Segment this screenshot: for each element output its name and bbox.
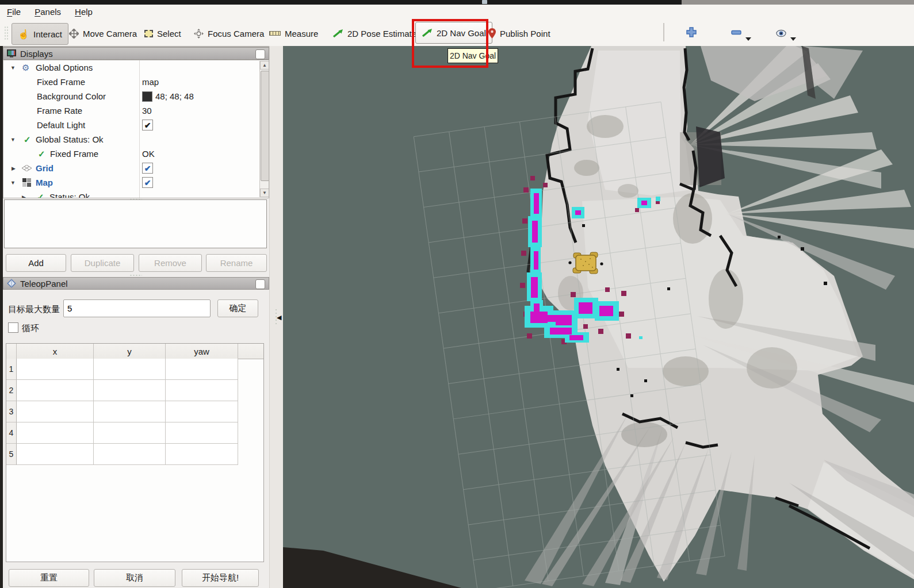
- status-ok-check-icon: ✓: [38, 149, 45, 159]
- corner-header-cell: [6, 344, 17, 359]
- map-display-icon: [22, 178, 31, 187]
- ruler-icon: [269, 31, 281, 36]
- tree-row-map[interactable]: ▼ Map ✔: [3, 175, 269, 190]
- pose-estimate-tool-button[interactable]: 2D Pose Estimate: [332, 23, 416, 44]
- table-cell[interactable]: [166, 422, 238, 444]
- table-cell[interactable]: [17, 401, 94, 422]
- add-display-button[interactable]: Add: [6, 254, 66, 272]
- scrollbar-thumb[interactable]: [261, 71, 269, 181]
- expanded-arrow-icon[interactable]: ▼: [10, 65, 16, 71]
- tree-row-grid[interactable]: ▶ Grid ✔: [3, 161, 269, 175]
- expanded-arrow-icon[interactable]: ▼: [10, 180, 16, 186]
- table-cell[interactable]: [17, 380, 94, 401]
- row-header-3[interactable]: 3: [6, 401, 17, 422]
- tree-row-frame-rate[interactable]: Frame Rate 30: [3, 103, 269, 118]
- zoom-out-icon[interactable]: [731, 27, 741, 37]
- tree-scrollbar[interactable]: ▲ ▼: [259, 61, 269, 197]
- menu-file[interactable]: File: [0, 5, 28, 19]
- rviz-window: File Panels Help ☝ Interact Move Camera …: [0, 0, 914, 588]
- panel-view-splitter[interactable]: ◀: [269, 46, 284, 588]
- start-navigation-button[interactable]: 开始导航!: [182, 569, 259, 587]
- column-header-y[interactable]: y: [94, 344, 166, 359]
- collapsed-arrow-icon[interactable]: ▶: [22, 194, 26, 198]
- eye-icon[interactable]: [776, 28, 786, 39]
- remove-display-button[interactable]: Remove: [139, 254, 202, 272]
- toolbar-separator: [663, 23, 664, 41]
- eye-dropdown-arrow[interactable]: [790, 37, 796, 41]
- move-camera-tool-button[interactable]: Move Camera: [69, 23, 137, 44]
- row-header-4[interactable]: 4: [6, 422, 17, 444]
- panel-splitter-handle[interactable]: [129, 274, 142, 276]
- default-light-checkbox[interactable]: ✔: [142, 120, 153, 130]
- table-cell[interactable]: [166, 401, 238, 422]
- column-header-yaw[interactable]: yaw: [166, 344, 238, 359]
- 3d-viewport[interactable]: [283, 46, 914, 588]
- hand-icon: ☝: [18, 29, 29, 40]
- menu-panels[interactable]: Panels: [28, 5, 68, 19]
- table-cell[interactable]: [94, 444, 166, 465]
- rename-display-button[interactable]: Rename: [206, 254, 267, 272]
- row-header-2[interactable]: 2: [6, 380, 17, 401]
- color-swatch[interactable]: [142, 91, 152, 102]
- table-cell[interactable]: [17, 422, 94, 444]
- publish-point-tool-button[interactable]: Publish Point: [488, 23, 550, 44]
- reset-button[interactable]: 重置: [9, 569, 89, 587]
- fixed-frame-value[interactable]: map: [139, 77, 159, 87]
- zoom-in-icon[interactable]: [686, 27, 697, 37]
- table-cell[interactable]: [166, 380, 238, 401]
- max-goal-input[interactable]: [63, 299, 211, 317]
- interact-tool-button[interactable]: ☝ Interact: [12, 23, 68, 45]
- row-header-1[interactable]: 1: [6, 359, 17, 380]
- row-header-5[interactable]: 5: [6, 444, 17, 465]
- table-cell[interactable]: [94, 359, 166, 380]
- status-ok-check-icon: ✓: [37, 192, 44, 198]
- table-cell[interactable]: [17, 359, 94, 380]
- tree-row-map-status-partial[interactable]: ▶ ✓ Status: Ok: [3, 190, 269, 198]
- collapse-panel-arrow-icon[interactable]: ◀: [277, 314, 281, 321]
- table-cell[interactable]: [94, 422, 166, 444]
- tree-row-global-options[interactable]: ▼ ⚙ Global Options: [3, 60, 269, 75]
- move-icon: [69, 29, 79, 39]
- goals-table: x y yaw 1 2 3 4 5: [6, 343, 264, 562]
- max-goal-label: 目标最大数量: [8, 304, 60, 315]
- table-header-row: x y yaw: [6, 344, 263, 359]
- table-cell[interactable]: [166, 359, 238, 380]
- select-tool-button[interactable]: Select: [144, 23, 181, 44]
- scroll-up-icon[interactable]: ▲: [260, 61, 269, 70]
- frame-rate-value[interactable]: 30: [139, 106, 152, 116]
- annotation-highlight-rect: [412, 19, 488, 68]
- teleop-panel-title: TeleopPanel: [20, 279, 68, 289]
- focus-camera-tool-button[interactable]: Focus Camera: [194, 23, 264, 44]
- tree-row-default-light[interactable]: Default Light ✔: [3, 118, 269, 132]
- menu-help[interactable]: Help: [68, 5, 100, 19]
- table-cell[interactable]: [166, 444, 238, 465]
- window-title-strip-right: [682, 0, 914, 5]
- displays-panel-checkbox[interactable]: [255, 49, 265, 59]
- displays-tree: ▼ ⚙ Global Options Fixed Frame map Backg…: [3, 60, 269, 198]
- expanded-arrow-icon[interactable]: ▼: [10, 137, 16, 143]
- tree-row-fixed-frame-status[interactable]: ✓ Fixed Frame OK: [3, 147, 269, 161]
- confirm-button[interactable]: 确定: [217, 299, 258, 317]
- table-cell[interactable]: [17, 444, 94, 465]
- teleop-panel-checkbox[interactable]: [255, 279, 265, 289]
- cancel-button[interactable]: 取消: [94, 569, 175, 587]
- grid-checkbox[interactable]: ✔: [142, 163, 153, 174]
- green-arrow-icon: [332, 29, 343, 38]
- loop-checkbox[interactable]: [8, 322, 18, 333]
- map-checkbox[interactable]: ✔: [142, 177, 153, 188]
- tree-row-background-color[interactable]: Background Color 48; 48; 48: [3, 89, 269, 103]
- toolbar-drag-handle[interactable]: [4, 26, 8, 41]
- table-cell[interactable]: [94, 380, 166, 401]
- collapsed-arrow-icon[interactable]: ▶: [12, 166, 16, 171]
- duplicate-display-button[interactable]: Duplicate: [71, 254, 134, 272]
- map-pin-icon: [488, 28, 496, 39]
- tree-row-fixed-frame[interactable]: Fixed Frame map: [3, 75, 269, 89]
- table-cell[interactable]: [94, 401, 166, 422]
- scroll-down-icon[interactable]: ▼: [260, 189, 269, 197]
- displays-panel-header[interactable]: Displays: [3, 47, 269, 60]
- teleop-panel-header[interactable]: TeleopPanel: [3, 277, 269, 290]
- measure-tool-button[interactable]: Measure: [269, 23, 318, 44]
- column-header-x[interactable]: x: [17, 344, 94, 359]
- tree-row-global-status[interactable]: ▼ ✓ Global Status: Ok: [3, 132, 269, 147]
- zoom-out-dropdown-arrow[interactable]: [745, 37, 751, 41]
